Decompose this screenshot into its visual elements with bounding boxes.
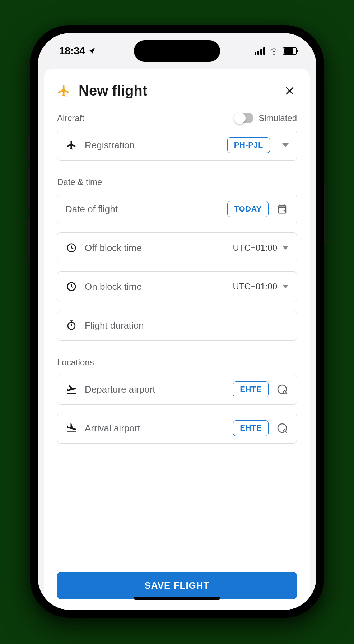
date-of-flight-field[interactable]: Date of flight TODAY [57, 194, 297, 224]
calendar-button[interactable] [276, 203, 289, 216]
chevron-down-icon [282, 246, 289, 250]
takeoff-icon [66, 384, 77, 395]
status-time: 18:34 [59, 45, 85, 57]
volume-up-button [28, 169, 30, 208]
simulated-toggle[interactable] [235, 113, 253, 123]
on-block-time-field[interactable]: On block time UTC+01:00 [57, 271, 297, 302]
globe-search-icon [276, 384, 288, 395]
on-block-tz-value: UTC+01:00 [233, 282, 277, 292]
phone-frame: 18:34 [30, 25, 324, 618]
stopwatch-icon [66, 320, 77, 331]
off-block-tz-selector[interactable]: UTC+01:00 [233, 243, 289, 253]
departure-value-chip[interactable]: EHTE [233, 381, 269, 397]
datetime-label: Date & time [57, 177, 102, 187]
svg-rect-5 [284, 48, 293, 54]
clock-icon [66, 242, 77, 253]
aircraft-label: Aircraft [57, 113, 84, 123]
airplane-small-icon [66, 140, 77, 150]
volume-down-button [28, 219, 30, 259]
dynamic-island [134, 40, 220, 62]
arrival-value-chip[interactable]: EHTE [233, 420, 269, 436]
off-block-time-field[interactable]: Off block time UTC+01:00 [57, 232, 297, 263]
globe-search-icon [276, 422, 288, 434]
on-block-label: On block time [85, 281, 226, 292]
wifi-icon [269, 47, 279, 55]
page-title: New flight [79, 83, 275, 99]
on-block-tz-selector[interactable]: UTC+01:00 [233, 282, 289, 292]
home-indicator[interactable] [134, 597, 220, 600]
location-arrow-icon [88, 47, 96, 55]
battery-icon [283, 47, 298, 55]
arrival-label: Arrival airport [85, 423, 226, 434]
simulated-label: Simulated [258, 113, 297, 123]
power-button [324, 183, 326, 244]
registration-field[interactable]: Registration PH-PJL [57, 130, 297, 161]
cellular-icon [255, 47, 265, 55]
chevron-down-icon [282, 143, 289, 147]
chevron-down-icon [282, 285, 289, 288]
svg-rect-3 [263, 47, 265, 55]
datetime-section-header: Date & time [57, 177, 297, 187]
airplane-icon [57, 84, 71, 98]
locations-section-header: Locations [57, 357, 297, 367]
off-block-label: Off block time [85, 242, 226, 254]
phone-screen: 18:34 [38, 33, 316, 610]
close-button[interactable] [283, 84, 297, 98]
close-icon [284, 85, 295, 96]
departure-label: Departure airport [85, 384, 226, 395]
registration-label: Registration [85, 140, 220, 151]
landing-icon [66, 422, 77, 434]
arrival-globe-search-button[interactable] [276, 422, 289, 435]
svg-rect-6 [297, 50, 298, 52]
aircraft-section-header: Aircraft Simulated [57, 113, 297, 123]
calendar-icon [277, 204, 288, 214]
arrival-airport-field[interactable]: Arrival airport EHTE [57, 413, 297, 444]
date-label: Date of flight [65, 204, 220, 215]
departure-airport-field[interactable]: Departure airport EHTE [57, 374, 297, 405]
svg-rect-1 [257, 51, 259, 55]
off-block-tz-value: UTC+01:00 [233, 243, 277, 253]
new-flight-card: New flight Aircraft Simulated [44, 69, 310, 610]
volume-mute-switch [28, 136, 30, 158]
flight-duration-field[interactable]: Flight duration [57, 310, 297, 341]
save-flight-button[interactable]: SAVE FLIGHT [57, 572, 297, 599]
registration-value-chip[interactable]: PH-PJL [227, 137, 270, 153]
departure-globe-search-button[interactable] [276, 383, 289, 396]
duration-label: Flight duration [85, 320, 289, 331]
locations-label: Locations [57, 357, 94, 367]
svg-rect-0 [255, 52, 256, 55]
card-header: New flight [57, 83, 297, 99]
clock-icon [66, 281, 77, 292]
today-chip[interactable]: TODAY [227, 201, 269, 217]
svg-rect-2 [260, 49, 262, 55]
